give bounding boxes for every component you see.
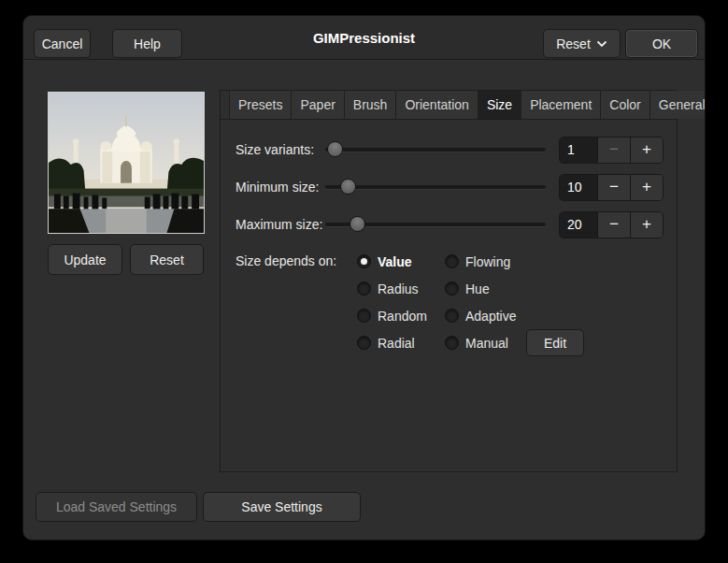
maximum-size-label: Maximum size: — [236, 217, 325, 232]
load-saved-settings-button[interactable]: Load Saved Settings — [36, 492, 197, 522]
radio-unselected-icon — [357, 282, 371, 296]
preview-reset-button[interactable]: Reset — [130, 244, 204, 275]
size-depends-label: Size depends on: — [236, 248, 357, 356]
radio-value[interactable]: Value — [357, 254, 445, 269]
size-variants-slider[interactable] — [325, 136, 546, 164]
ok-button-label: OK — [652, 36, 671, 51]
preview-reset-button-label: Reset — [150, 253, 184, 267]
minimum-size-increment-button[interactable]: + — [630, 175, 663, 200]
tab-placement[interactable]: Placement — [521, 91, 601, 119]
cancel-button-label: Cancel — [42, 36, 83, 51]
radio-manual-label: Manual — [465, 336, 508, 351]
tab-general[interactable]: General — [650, 91, 706, 119]
tab-brush[interactable]: Brush — [345, 91, 397, 119]
update-button-label: Update — [64, 253, 106, 267]
radio-unselected-icon — [445, 282, 459, 296]
radio-hue-label: Hue — [465, 282, 490, 296]
radio-adaptive[interactable]: Adaptive — [445, 309, 584, 324]
maximum-size-increment-button[interactable]: + — [630, 212, 663, 238]
slider-trough — [325, 148, 546, 152]
radio-unselected-icon — [445, 254, 459, 268]
preview-image — [48, 92, 205, 234]
help-button[interactable]: Help — [112, 29, 182, 58]
slider-handle[interactable] — [340, 179, 356, 195]
taj-mahal-preview-image — [49, 93, 204, 233]
tab-size[interactable]: Size — [478, 91, 521, 119]
help-button-label: Help — [134, 36, 161, 51]
minimum-size-spinbox: 10 − + — [559, 174, 664, 201]
minus-icon: − — [609, 140, 619, 159]
reset-dropdown-label: Reset — [556, 36, 591, 51]
minimum-size-slider[interactable] — [325, 173, 546, 201]
size-variants-row: Size variants: 1 − + — [236, 136, 664, 164]
slider-handle[interactable] — [327, 141, 343, 157]
slider-handle[interactable] — [350, 216, 365, 232]
maximum-size-row: Maximum size: 20 − + — [236, 210, 664, 238]
radio-radius-label: Radius — [378, 282, 419, 296]
radio-radius[interactable]: Radius — [357, 282, 445, 296]
maximum-size-slider[interactable] — [325, 210, 546, 238]
plus-icon: + — [642, 215, 651, 234]
tab-paper[interactable]: Paper — [292, 91, 344, 119]
radio-unselected-icon — [357, 336, 371, 350]
radio-value-label: Value — [378, 254, 412, 269]
radio-selected-icon — [357, 254, 371, 268]
minimum-size-row: Minimum size: 10 − + — [236, 173, 664, 201]
update-button[interactable]: Update — [48, 244, 122, 275]
minus-icon: − — [609, 215, 619, 234]
minimum-size-value[interactable]: 10 — [560, 175, 597, 200]
plus-icon: + — [642, 178, 651, 196]
header-bar: GIMPressionist Cancel Help Reset OK — [23, 16, 705, 60]
radio-unselected-icon — [445, 309, 459, 323]
edit-button[interactable]: Edit — [526, 329, 584, 356]
minus-icon: − — [609, 178, 619, 196]
tab-orientation[interactable]: Orientation — [396, 91, 478, 119]
tab-color[interactable]: Color — [601, 91, 649, 119]
chevron-down-icon — [596, 40, 607, 48]
radio-radial[interactable]: Radial — [357, 336, 445, 351]
minimum-size-decrement-button[interactable]: − — [597, 175, 630, 200]
size-variants-value[interactable]: 1 — [560, 137, 597, 163]
radio-random[interactable]: Random — [357, 309, 445, 324]
load-saved-settings-label: Load Saved Settings — [56, 499, 177, 514]
save-settings-button[interactable]: Save Settings — [203, 492, 361, 522]
settings-notebook: Presets Paper Brush Orientation Size Pla… — [220, 90, 678, 472]
maximum-size-spinbox: 20 − + — [559, 211, 664, 238]
size-variants-label: Size variants: — [236, 142, 325, 157]
tab-presets[interactable]: Presets — [229, 91, 292, 119]
radio-manual[interactable]: Manual Edit — [445, 329, 584, 356]
plus-icon: + — [642, 140, 651, 159]
radio-unselected-icon — [445, 336, 459, 350]
radio-random-label: Random — [378, 309, 427, 324]
minimum-size-label: Minimum size: — [236, 180, 325, 195]
gimpressionist-dialog: GIMPressionist Cancel Help Reset OK — [22, 15, 706, 541]
size-variants-spinbox: 1 − + — [559, 137, 664, 164]
size-variants-increment-button[interactable]: + — [630, 137, 663, 163]
radio-adaptive-label: Adaptive — [465, 309, 516, 324]
radio-hue[interactable]: Hue — [445, 282, 584, 296]
tab-bar: Presets Paper Brush Orientation Size Pla… — [221, 91, 677, 120]
cancel-button[interactable]: Cancel — [34, 29, 91, 58]
save-settings-label: Save Settings — [241, 499, 321, 514]
radio-flowing-label: Flowing — [465, 254, 510, 269]
size-depends-section: Size depends on: Value Flowing Radius Hu… — [236, 248, 584, 356]
maximum-size-decrement-button[interactable]: − — [597, 212, 630, 238]
size-depends-radio-group: Value Flowing Radius Hue Random — [357, 248, 584, 356]
slider-trough — [325, 185, 546, 189]
size-variants-decrement-button[interactable]: − — [597, 137, 630, 163]
maximum-size-value[interactable]: 20 — [560, 212, 597, 238]
ok-button[interactable]: OK — [625, 29, 698, 58]
radio-flowing[interactable]: Flowing — [445, 254, 584, 269]
reset-dropdown-button[interactable]: Reset — [543, 29, 621, 58]
radio-radial-label: Radial — [378, 336, 415, 351]
edit-button-label: Edit — [544, 336, 566, 351]
radio-unselected-icon — [357, 309, 371, 323]
